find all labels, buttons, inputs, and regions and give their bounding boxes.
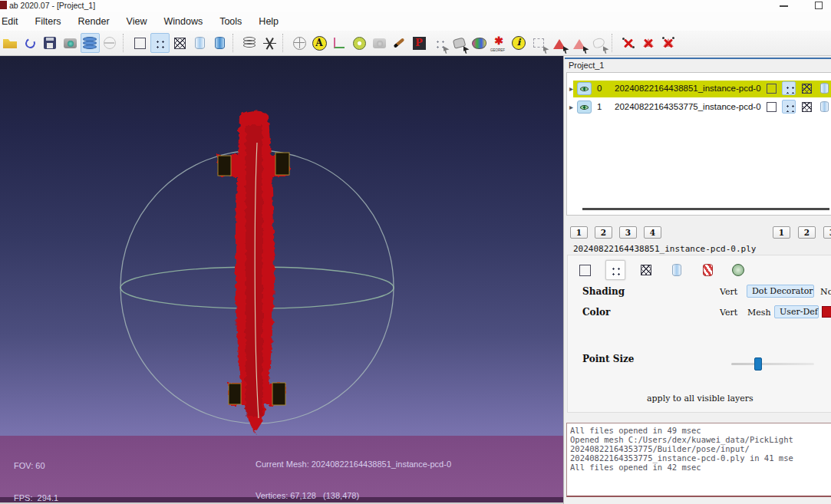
row-wireframe-icon[interactable] — [800, 81, 813, 95]
toolbar-separator — [123, 34, 128, 52]
current-mesh-readout: Current Mesh: 20240822164438851_instance… — [256, 460, 451, 470]
layer-index: 0 — [597, 84, 602, 93]
points-mode-icon[interactable] — [605, 260, 625, 280]
show-axis-icon[interactable] — [330, 33, 349, 53]
toolbar-separator — [612, 34, 617, 52]
color-userdef-option[interactable]: User-Def — [774, 305, 819, 318]
mem-button-2[interactable]: 2 — [595, 226, 612, 239]
remesh-tool-icon[interactable] — [470, 33, 489, 53]
reload-icon[interactable] — [21, 33, 40, 53]
mem-button-3[interactable]: 3 — [619, 226, 637, 239]
shading-none-option[interactable]: None — [820, 287, 831, 297]
delete-selected-points-icon[interactable] — [619, 33, 638, 53]
mem-button-r3[interactable]: 3 — [823, 226, 831, 239]
point-selection-icon[interactable] — [430, 33, 449, 53]
expand-caret-icon[interactable]: ▸ — [569, 103, 573, 111]
window-title: ab 2020.07 - [Project_1] — [9, 1, 95, 10]
menu-render[interactable]: Render — [70, 15, 118, 28]
horizontal-scrollbar[interactable] — [582, 208, 829, 210]
layer-dialog-icon[interactable] — [81, 33, 100, 53]
row-flat-icon[interactable] — [817, 81, 831, 95]
app-icon — [0, 1, 7, 9]
draw-wireframe-icon[interactable] — [170, 33, 190, 53]
gl-viewport[interactable]: FOV: 60 FPS: 294.1 BO_RENDERING Current … — [0, 56, 563, 504]
draw-bbox-icon[interactable] — [130, 33, 150, 53]
row-points-icon[interactable] — [782, 81, 796, 95]
color-mesh-option[interactable]: Mesh — [747, 308, 771, 318]
visibility-eye-icon[interactable] — [577, 82, 592, 95]
menu-edit[interactable]: Edit — [0, 15, 27, 28]
fps-readout: FPS: 294.1 — [14, 492, 81, 503]
wireframe-mode-icon[interactable] — [636, 260, 656, 280]
screenshot-icon[interactable] — [370, 33, 389, 53]
expand-caret-icon[interactable]: ▸ — [569, 84, 573, 93]
measure-tool-icon[interactable] — [350, 33, 369, 53]
layer-name[interactable]: 20240822164438851_instance-pcd-0 — [615, 84, 761, 93]
row-flat-icon[interactable] — [817, 100, 831, 114]
align-tool-icon[interactable] — [450, 33, 469, 53]
select-lasso-icon[interactable] — [589, 33, 608, 53]
open-folder-icon[interactable] — [1, 33, 20, 53]
mem-button-r1[interactable]: 1 — [773, 226, 790, 239]
color-vert-option[interactable]: Vert — [720, 308, 737, 318]
minimize-icon[interactable] — [780, 5, 788, 7]
hud-center-block: Current Mesh: 20240822164438851_instance… — [256, 439, 451, 504]
vertices-readout: Vertices: 67,128 (138,478) — [256, 491, 451, 502]
row-bbox-icon[interactable] — [764, 81, 778, 95]
delete-selected-all-icon[interactable] — [659, 33, 678, 53]
show-labels-icon[interactable]: A — [310, 33, 329, 53]
menu-tools[interactable]: Tools — [211, 15, 250, 28]
z-paint-icon[interactable] — [390, 33, 409, 53]
select-faces-add-icon[interactable] — [569, 33, 589, 53]
row-points-icon[interactable] — [782, 100, 796, 114]
menu-view[interactable]: View — [118, 15, 156, 28]
apply-all-layers-label[interactable]: apply to all visible layers — [647, 394, 754, 404]
hud-left-block: FOV: 60 FPS: 294.1 BO_RENDERING — [14, 439, 81, 504]
point-size-label: Point Size — [582, 354, 634, 364]
user-color-swatch[interactable] — [822, 306, 831, 318]
draw-wire-stack-icon[interactable] — [240, 33, 259, 53]
draw-axes-icon[interactable] — [260, 33, 279, 53]
point-size-slider-handle[interactable] — [754, 357, 762, 371]
save-icon[interactable] — [41, 33, 60, 53]
draw-points-icon[interactable] — [150, 33, 170, 53]
menu-help[interactable]: Help — [250, 15, 287, 28]
draw-smooth-icon[interactable] — [210, 33, 229, 53]
select-faces-icon[interactable] — [549, 33, 569, 53]
point-size-slider[interactable] — [731, 363, 814, 365]
color-label: Color — [582, 307, 610, 318]
menu-filters[interactable]: Filters — [27, 15, 70, 28]
layer-row-0[interactable]: ▸ 0 20240822164438851_instance-pcd-0 — [567, 80, 831, 98]
texture-green-mode-icon[interactable] — [728, 260, 748, 280]
main-toolbar: A P ✱GEOREF i — [0, 31, 831, 56]
row-wireframe-icon[interactable] — [800, 100, 813, 114]
select-vertices-icon[interactable] — [529, 33, 549, 53]
layer-index: 1 — [597, 102, 602, 111]
menu-windows[interactable]: Windows — [155, 15, 211, 28]
texture-red-mode-icon[interactable] — [697, 260, 717, 280]
info-icon[interactable]: i — [509, 33, 529, 53]
trackball-icon[interactable] — [290, 33, 309, 53]
bbox-mode-icon[interactable] — [575, 260, 595, 280]
log-output: All files opened in 49 msec Opened mesh … — [566, 423, 831, 497]
log-line: 20240822164353775/Builder/pose/input/ — [570, 444, 831, 453]
snapshot-icon[interactable] — [61, 33, 80, 53]
layer-row-1[interactable]: ▸ 1 20240822164353775_instance-pcd-0 — [567, 98, 831, 117]
shading-dot-decorator-option[interactable]: Dot Decorator — [747, 285, 814, 298]
draw-flat-icon[interactable] — [190, 33, 209, 53]
pick-points-icon[interactable]: P — [410, 33, 429, 53]
project-tab-label[interactable]: Project_1 — [569, 61, 604, 70]
mem-button-4[interactable]: 4 — [644, 226, 661, 239]
shading-vert-option[interactable]: Vert — [720, 287, 737, 297]
maximize-icon[interactable] — [815, 2, 823, 9]
raster-dialog-icon[interactable] — [101, 33, 120, 53]
shading-label: Shading — [582, 286, 625, 297]
georef-icon[interactable]: ✱GEOREF — [490, 33, 509, 53]
flat-mode-icon[interactable] — [667, 260, 687, 280]
mem-button-r2[interactable]: 2 — [798, 226, 816, 239]
row-bbox-icon[interactable] — [764, 100, 778, 114]
delete-selected-faces-icon[interactable] — [639, 33, 658, 53]
visibility-eye-icon[interactable] — [577, 100, 592, 114]
layer-name[interactable]: 20240822164353775_instance-pcd-0 — [615, 102, 761, 111]
mem-button-1[interactable]: 1 — [570, 226, 588, 239]
